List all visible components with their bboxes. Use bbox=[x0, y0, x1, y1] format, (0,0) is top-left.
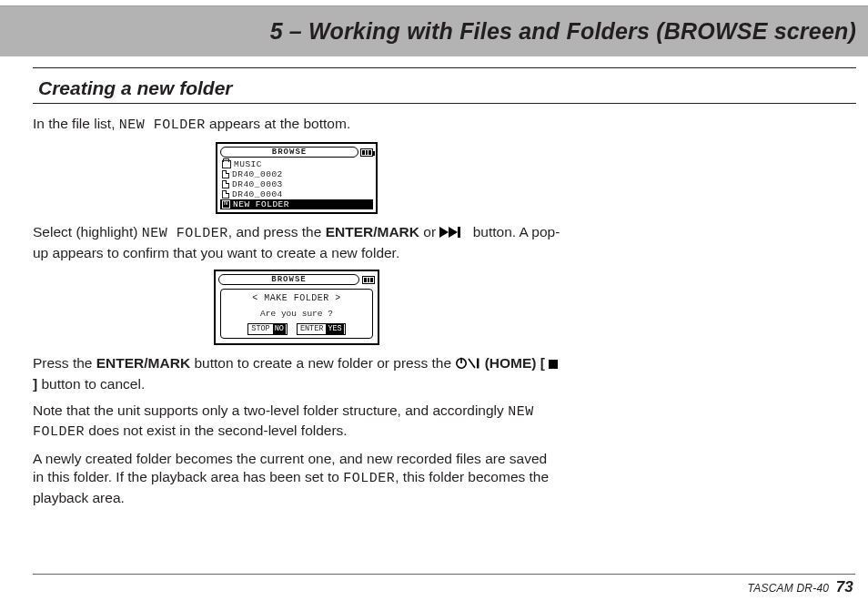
svg-marker-0 bbox=[439, 227, 449, 238]
confirm-popup: < MAKE FOLDER > Are you sure ? STOPNO EN… bbox=[220, 289, 373, 339]
code-new-folder: NEW FOLDER bbox=[119, 117, 206, 133]
chapter-header-bar: 5 – Working with Files and Folders (BROW… bbox=[0, 5, 868, 56]
enter-mark-label: ENTER/MARK bbox=[326, 224, 419, 239]
footer-model: TASCAM DR-40 bbox=[748, 582, 830, 595]
popup-message: Are you sure ? bbox=[225, 309, 368, 321]
popup-stop-no: STOPNO bbox=[247, 323, 288, 335]
list-item: DR40_0003 bbox=[220, 179, 373, 189]
svg-rect-2 bbox=[458, 227, 460, 238]
list-item-selected: NEW FOLDER bbox=[220, 199, 373, 209]
power-standby-icon bbox=[455, 356, 480, 375]
paragraph-5: A newly created folder becomes the curre… bbox=[33, 450, 560, 508]
paragraph-2: Select (highlight) NEW FOLDER, and press… bbox=[33, 223, 560, 262]
lcd-screenshot-2: BROWSE < MAKE FOLDER > Are you sure ? ST… bbox=[33, 270, 560, 345]
new-folder-icon bbox=[222, 200, 230, 209]
chapter-title: 5 – Working with Files and Folders (BROW… bbox=[270, 18, 856, 45]
fast-forward-icon bbox=[439, 224, 469, 243]
list-item: MUSIC bbox=[220, 159, 373, 169]
paragraph-1: In the file list, NEW FOLDER appears at … bbox=[33, 115, 560, 135]
file-icon bbox=[222, 170, 229, 178]
folder-icon bbox=[222, 160, 231, 168]
lcd2-title: BROWSE bbox=[218, 274, 359, 285]
svg-rect-6 bbox=[477, 359, 479, 369]
popup-title: < MAKE FOLDER > bbox=[225, 292, 368, 305]
code-folder: FOLDER bbox=[343, 471, 395, 486]
lcd-screenshot-1: BROWSE MUSIC DR40_0002 DR40_0003 DR40_00… bbox=[33, 142, 560, 214]
enter-mark-label: ENTER/MARK bbox=[96, 355, 190, 371]
svg-marker-1 bbox=[449, 227, 458, 238]
body-column: In the file list, NEW FOLDER appears at … bbox=[33, 115, 560, 508]
file-icon bbox=[222, 180, 229, 188]
svg-line-5 bbox=[469, 359, 475, 368]
list-item: DR40_0004 bbox=[220, 189, 373, 199]
paragraph-3: Press the ENTER/MARK button to create a … bbox=[33, 354, 560, 394]
code-new-folder: NEW FOLDER bbox=[142, 226, 228, 241]
section-heading: Creating a new folder bbox=[38, 77, 856, 99]
stop-icon bbox=[549, 355, 558, 374]
footer: TASCAM DR-40 73 bbox=[748, 578, 853, 596]
lcd1-title: BROWSE bbox=[220, 147, 358, 158]
svg-rect-7 bbox=[549, 360, 558, 369]
popup-enter-yes: ENTERYES bbox=[297, 323, 346, 335]
page-number: 73 bbox=[836, 578, 853, 596]
file-icon bbox=[222, 190, 229, 199]
paragraph-4: Note that the unit supports only a two-l… bbox=[33, 402, 560, 443]
home-label: (HOME) [ bbox=[485, 355, 545, 371]
list-item: DR40_0002 bbox=[220, 169, 373, 179]
battery-icon bbox=[362, 276, 375, 284]
header-rule bbox=[33, 67, 856, 68]
section-heading-wrap: Creating a new folder bbox=[33, 77, 856, 104]
battery-icon bbox=[360, 148, 373, 157]
footer-rule bbox=[33, 574, 855, 575]
